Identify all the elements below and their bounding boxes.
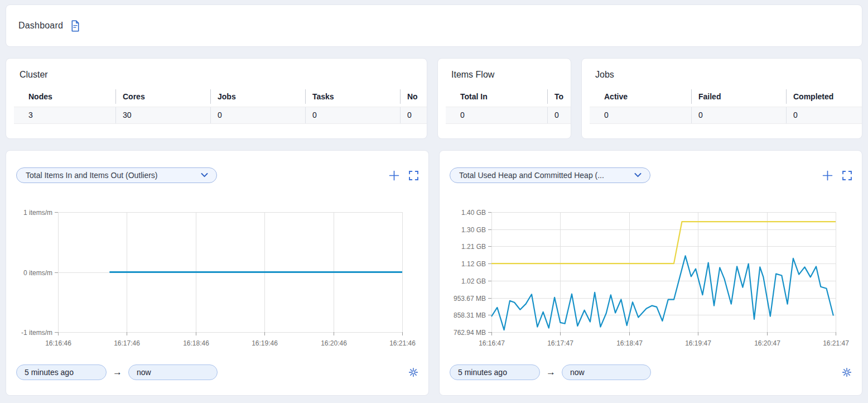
- heap-usage-chart[interactable]: 16:16:4716:17:4716:18:4716:19:4716:20:47…: [450, 205, 852, 353]
- svg-text:858.31 MB: 858.31 MB: [454, 311, 486, 319]
- cluster-table: NodesCoresJobsTasksNo 330000: [14, 89, 419, 124]
- svg-text:1 items/m: 1 items/m: [23, 209, 52, 217]
- chart-canvas: 16:16:4716:17:4716:18:4716:19:4716:20:47…: [450, 205, 852, 353]
- expand-chart-button[interactable]: [842, 171, 852, 180]
- expand-chart-button[interactable]: [409, 171, 418, 180]
- stat-col-header: To: [547, 89, 571, 104]
- svg-text:16:17:47: 16:17:47: [547, 339, 573, 347]
- time-range-controls: →: [450, 364, 852, 380]
- stat-col-value: 0: [786, 107, 862, 123]
- series-used-heap: [491, 256, 833, 330]
- svg-text:0 items/m: 0 items/m: [23, 269, 52, 277]
- svg-text:1.30 GB: 1.30 GB: [461, 226, 486, 234]
- header-card: Dashboard: [6, 4, 862, 47]
- stat-col-header: No: [400, 89, 427, 104]
- chart-topbar: Total Used Heap and Committed Heap (...: [450, 167, 852, 183]
- axis-ticks: [55, 213, 403, 336]
- time-to-input[interactable]: [128, 364, 218, 380]
- svg-text:1.21 GB: 1.21 GB: [461, 243, 486, 251]
- stat-header-row: Total InTo: [446, 89, 571, 104]
- jobs-card: Jobs ActiveFailedCompleted 000: [581, 58, 862, 139]
- stat-col-header: Jobs: [210, 89, 305, 104]
- document-icon[interactable]: [70, 20, 80, 32]
- svg-text:-1 items/m: -1 items/m: [21, 329, 52, 337]
- svg-text:16:16:46: 16:16:46: [45, 339, 71, 347]
- page-title: Dashboard: [18, 21, 63, 31]
- add-widget-button[interactable]: [822, 170, 833, 181]
- stat-col-header: Failed: [691, 89, 786, 104]
- stat-col-value: 0: [547, 107, 571, 123]
- svg-text:1.40 GB: 1.40 GB: [461, 209, 486, 217]
- chevron-down-icon: [201, 173, 208, 177]
- svg-text:16:18:46: 16:18:46: [183, 339, 209, 347]
- chart-actions: [389, 170, 418, 181]
- svg-text:16:21:46: 16:21:46: [389, 339, 416, 347]
- stat-col-header: Active: [590, 89, 691, 104]
- series-committed-heap: [491, 222, 836, 263]
- chart-canvas: 16:16:4616:17:4616:18:4616:19:4616:20:46…: [16, 205, 418, 353]
- svg-text:16:19:46: 16:19:46: [252, 339, 278, 347]
- stats-row: Cluster NodesCoresJobsTasksNo 330000 Ite…: [6, 58, 862, 139]
- cluster-card: Cluster NodesCoresJobsTasksNo 330000: [6, 58, 427, 139]
- svg-text:953.67 MB: 953.67 MB: [454, 295, 486, 303]
- svg-text:16:20:47: 16:20:47: [754, 339, 780, 347]
- metric-selector-label: Total Used Heap and Committed Heap (...: [459, 171, 634, 180]
- chart-actions: [822, 170, 852, 181]
- stat-col-value: 3: [14, 107, 115, 123]
- stat-col-value: 0: [400, 107, 427, 123]
- stat-col-value: 30: [115, 107, 210, 123]
- time-to-input[interactable]: [562, 364, 651, 380]
- metric-selector-dropdown[interactable]: Total Used Heap and Committed Heap (...: [450, 167, 650, 183]
- stat-col-header: Nodes: [14, 89, 115, 104]
- stat-col-header: Completed: [786, 89, 862, 104]
- items-flow-card: Items Flow Total InTo 00: [437, 58, 571, 139]
- add-widget-button[interactable]: [389, 170, 399, 181]
- stat-value-row: 000: [590, 107, 862, 124]
- dashboard-page: Dashboard Cluster NodesCoresJobsTasksNo …: [0, 0, 868, 396]
- chart-topbar: Total Items In and Items Out (Outliers): [16, 167, 418, 183]
- items-flow-table: Total InTo 00: [446, 89, 563, 124]
- stat-header-row: ActiveFailedCompleted: [590, 89, 862, 104]
- items-in-out-chart[interactable]: 16:16:4616:17:4616:18:4616:19:4616:20:46…: [16, 205, 418, 353]
- stat-header-row: NodesCoresJobsTasksNo: [14, 89, 427, 104]
- svg-text:16:18:47: 16:18:47: [616, 339, 643, 347]
- axis-ticks: [488, 213, 836, 336]
- svg-text:1.12 GB: 1.12 GB: [461, 260, 486, 268]
- stat-col-value: 0: [446, 107, 547, 123]
- svg-text:16:17:46: 16:17:46: [114, 339, 140, 347]
- stat-col-value: 0: [590, 107, 691, 123]
- stat-col-value: 0: [691, 107, 786, 123]
- svg-text:16:21:47: 16:21:47: [823, 339, 849, 347]
- stat-col-value: 0: [305, 107, 400, 123]
- card-title: Items Flow: [451, 70, 571, 80]
- items-chart-card: Total Items In and Items Out (Outliers): [6, 150, 429, 396]
- time-from-input[interactable]: [450, 364, 540, 380]
- charts-row: Total Items In and Items Out (Outliers): [6, 150, 862, 396]
- svg-text:762.94 MB: 762.94 MB: [454, 329, 486, 337]
- metric-selector-label: Total Items In and Items Out (Outliers): [26, 171, 201, 180]
- stat-col-header: Cores: [115, 89, 210, 104]
- svg-text:16:20:46: 16:20:46: [321, 339, 347, 347]
- stat-value-row: 330000: [14, 107, 427, 124]
- chart-settings-button[interactable]: [842, 367, 852, 377]
- chevron-down-icon: [634, 173, 642, 177]
- jobs-table: ActiveFailedCompleted 000: [590, 89, 854, 124]
- stat-value-row: 00: [446, 107, 571, 124]
- arrow-right-icon: →: [546, 364, 556, 380]
- chart-settings-button[interactable]: [408, 367, 418, 377]
- heap-chart-card: Total Used Heap and Committed Heap (...: [439, 150, 862, 396]
- time-range-controls: →: [16, 364, 418, 380]
- svg-text:1.02 GB: 1.02 GB: [461, 277, 486, 285]
- stat-col-header: Tasks: [305, 89, 400, 104]
- svg-text:16:16:47: 16:16:47: [479, 339, 505, 347]
- time-from-input[interactable]: [16, 364, 107, 380]
- svg-text:16:19:47: 16:19:47: [685, 339, 711, 347]
- metric-selector-dropdown[interactable]: Total Items In and Items Out (Outliers): [16, 167, 217, 183]
- card-title: Jobs: [595, 70, 862, 80]
- arrow-right-icon: →: [113, 364, 122, 380]
- card-title: Cluster: [20, 70, 427, 80]
- stat-col-value: 0: [210, 107, 305, 123]
- stat-col-header: Total In: [446, 89, 547, 104]
